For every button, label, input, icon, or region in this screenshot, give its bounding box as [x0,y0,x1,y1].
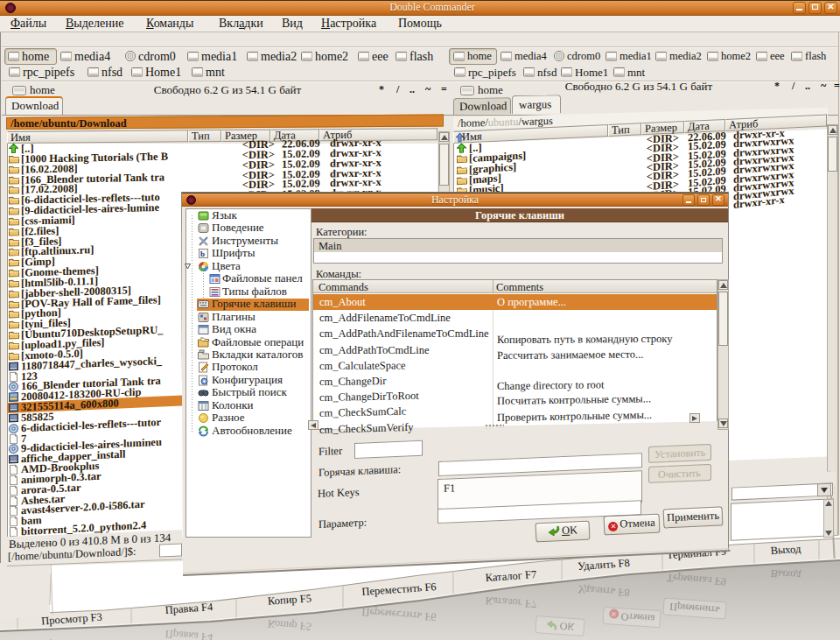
svg-text:b: b [200,250,205,258]
